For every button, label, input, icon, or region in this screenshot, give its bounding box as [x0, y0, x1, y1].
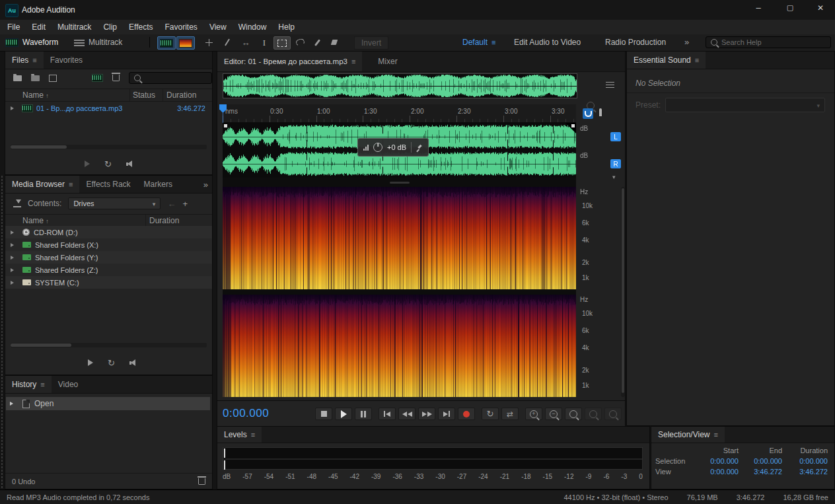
files-search-box[interactable]: [129, 72, 212, 84]
channel-r-button[interactable]: R: [610, 159, 621, 168]
expand-arrow-icon[interactable]: [11, 256, 16, 260]
expand-arrow-icon[interactable]: [11, 243, 16, 247]
file-row[interactable]: 01 - Вр...до рассвета.mp3 3:46.272: [5, 102, 212, 114]
media-hscrollbar[interactable]: [11, 343, 207, 347]
menu-clip[interactable]: Clip: [97, 22, 123, 32]
extract-audio-icon[interactable]: [92, 74, 103, 82]
preview-autoplay-icon[interactable]: [129, 359, 138, 367]
menu-multitrack[interactable]: Multitrack: [52, 22, 97, 32]
preview-autoplay-icon[interactable]: [126, 161, 135, 168]
workspace-overflow-chevron[interactable]: »: [684, 37, 689, 47]
preview-play-icon[interactable]: [88, 359, 93, 366]
menu-effects[interactable]: Effects: [123, 22, 159, 32]
skip-selection-button[interactable]: ⇄: [501, 408, 519, 420]
marker-icon[interactable]: [599, 108, 602, 116]
close-button[interactable]: ✕: [807, 3, 834, 13]
zoom-in-point-button[interactable]: [585, 408, 602, 420]
pin-icon[interactable]: [416, 144, 423, 151]
zoom-in-button[interactable]: [525, 408, 542, 420]
menu-help[interactable]: Help: [272, 22, 301, 32]
history-item-open[interactable]: Open: [6, 397, 210, 410]
workspace-default-button[interactable]: Default: [462, 38, 495, 47]
workspace-edit-audio-to-video[interactable]: Edit Audio to Video: [514, 38, 581, 47]
search-help-input[interactable]: [721, 38, 826, 46]
preset-dropdown[interactable]: [665, 98, 825, 112]
new-content-icon[interactable]: [49, 75, 57, 82]
add-shortcut-icon[interactable]: +: [182, 199, 188, 209]
fade-out-handle[interactable]: [571, 124, 575, 127]
tab-markers[interactable]: Markers: [137, 176, 179, 193]
tab-video[interactable]: Video: [52, 376, 85, 393]
selection-end[interactable]: 0:00.000: [739, 457, 782, 465]
timeline-ruler[interactable]: hms 0:30 1:00 1:30 2:00 2:30 3:00 3:30: [223, 104, 576, 123]
menu-window[interactable]: Window: [233, 22, 273, 32]
tool-lasso-selection[interactable]: [292, 36, 308, 48]
tool-slip[interactable]: [238, 36, 254, 48]
zoom-out-button[interactable]: [545, 408, 562, 420]
waveform-view-button[interactable]: Waveform: [5, 36, 58, 48]
waveform-display[interactable]: +0 dB: [223, 123, 576, 178]
tool-move[interactable]: [201, 36, 217, 48]
tabbar-overflow[interactable]: »: [200, 176, 212, 193]
col-status[interactable]: Status: [133, 90, 155, 100]
tab-files[interactable]: Files: [5, 52, 44, 69]
files-search-input[interactable]: [145, 74, 207, 82]
expand-arrow-icon[interactable]: [11, 106, 16, 110]
media-column-headers[interactable]: Name Duration: [5, 214, 212, 227]
media-col-duration[interactable]: Duration: [149, 216, 179, 225]
tab-essential-sound[interactable]: Essential Sound: [627, 52, 706, 69]
fade-in-handle[interactable]: [224, 124, 227, 127]
zoom-to-selection-button[interactable]: [565, 408, 582, 420]
channel-l-button[interactable]: L: [610, 132, 621, 141]
tool-time-selection[interactable]: I: [256, 36, 272, 48]
delete-file-icon[interactable]: [112, 75, 120, 81]
expand-arrow-icon[interactable]: [11, 231, 16, 234]
files-column-headers[interactable]: Name Status Duration: [5, 89, 212, 102]
contents-dropdown[interactable]: Drives: [68, 198, 161, 209]
gain-knob-icon[interactable]: [373, 143, 382, 152]
view-end[interactable]: 3:46.272: [739, 468, 782, 476]
overview-menu-icon[interactable]: [606, 81, 614, 88]
add-to-files-icon[interactable]: [13, 199, 21, 207]
view-duration[interactable]: 3:46.272: [782, 468, 828, 476]
pause-button[interactable]: [355, 408, 372, 420]
invert-button[interactable]: Invert: [354, 36, 388, 50]
workspace-radio-production[interactable]: Radio Production: [605, 38, 666, 47]
wave-spectral-splitter[interactable]: [223, 178, 576, 187]
clear-history-icon[interactable]: [198, 478, 205, 485]
skip-to-end-button[interactable]: [438, 408, 455, 420]
show-spectral-toggle[interactable]: [176, 36, 195, 50]
play-button[interactable]: [335, 408, 352, 420]
drive-row[interactable]: Shared Folders (Z:): [5, 264, 212, 276]
time-display[interactable]: 0:00.000: [223, 407, 269, 420]
overview-waveform-canvas[interactable]: [223, 74, 577, 98]
multitrack-view-button[interactable]: Multitrack: [74, 36, 122, 48]
spectral-display-left[interactable]: [223, 187, 576, 289]
tab-mixer[interactable]: Mixer: [371, 52, 404, 71]
files-hscrollbar[interactable]: [11, 145, 207, 149]
editor-vscrollbar[interactable]: [621, 187, 625, 397]
skip-to-start-button[interactable]: [379, 408, 396, 420]
spectrogram-canvas[interactable]: [223, 187, 576, 289]
tab-favorites[interactable]: Favorites: [44, 52, 89, 69]
stop-button[interactable]: [315, 408, 332, 420]
panel-menu-icon[interactable]: [32, 56, 36, 64]
panel-menu-icon[interactable]: [351, 57, 355, 65]
tool-paintbrush-selection[interactable]: [309, 36, 325, 48]
menu-file[interactable]: File: [1, 22, 26, 32]
maximize-button[interactable]: ▢: [777, 3, 803, 12]
drive-row[interactable]: CD-ROM (D:): [5, 226, 212, 238]
menu-favorites[interactable]: Favorites: [159, 22, 203, 32]
menu-edit[interactable]: Edit: [26, 22, 52, 32]
panel-grip[interactable]: [1, 175, 4, 489]
tab-levels[interactable]: Levels: [217, 427, 262, 443]
rewind-button[interactable]: [398, 408, 416, 420]
tool-marquee-selection[interactable]: [273, 36, 291, 50]
gain-value[interactable]: +0 dB: [387, 143, 406, 151]
snap-toggle[interactable]: [583, 108, 593, 119]
preview-loop-icon[interactable]: [104, 159, 112, 169]
drive-row[interactable]: Shared Folders (Y:): [5, 251, 212, 264]
expand-arrow-icon[interactable]: [11, 281, 16, 285]
fast-forward-button[interactable]: [418, 408, 435, 420]
view-start[interactable]: 0:00.000: [695, 468, 739, 476]
